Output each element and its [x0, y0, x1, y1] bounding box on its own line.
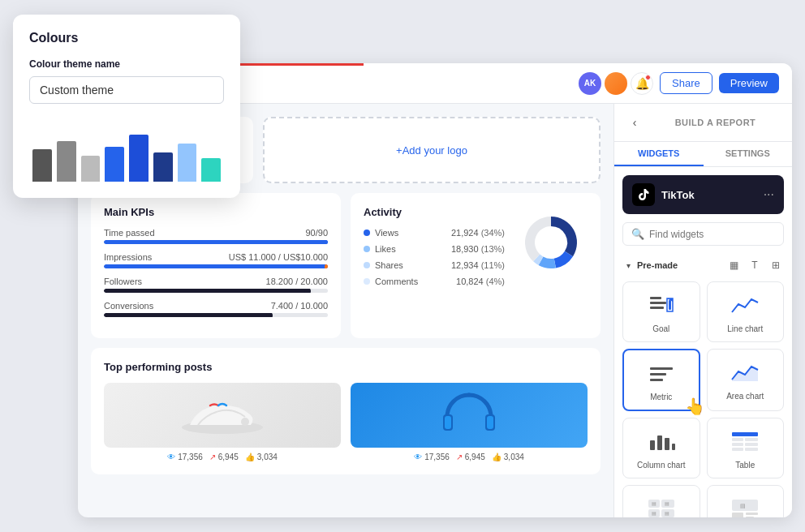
svg-rect-12 — [650, 373, 666, 375]
avatar-group: AK 🔔 — [579, 72, 653, 95]
activity-items: Views 21,924 (34%) Likes 18,930 (13%) Sh… — [364, 228, 505, 286]
top-posts-card: Top performing posts — [91, 348, 601, 474]
svg-text:▤: ▤ — [665, 501, 669, 506]
svg-rect-21 — [745, 438, 758, 441]
donut-svg — [514, 206, 588, 279]
cursor-overlay: 👆 — [685, 397, 705, 416]
kpi-card: Main KPIs Time passed 90/90 Impressions … — [91, 193, 341, 338]
svg-rect-16 — [657, 435, 662, 450]
widget-icon-expanded_media: ▤ — [730, 494, 760, 517]
widget-search[interactable]: 🔍 — [622, 222, 784, 246]
widget-label-table: Table — [735, 461, 755, 470]
svg-rect-13 — [650, 379, 663, 381]
top-posts-title: Top performing posts — [104, 361, 588, 373]
premade-bar-icon[interactable]: ▦ — [725, 257, 742, 273]
search-icon: 🔍 — [631, 228, 644, 240]
widget-icon-area_chart — [730, 358, 760, 387]
widget-card-column_chart[interactable]: Column chart — [622, 418, 700, 478]
activity-item: Likes 18,930 (13%) — [364, 244, 505, 254]
kpi-item: Impressions US$ 11.000 / US$10.000 — [104, 252, 328, 268]
svg-rect-18 — [672, 444, 675, 450]
post-stat-views2: 👁 17,356 — [414, 453, 450, 461]
svg-rect-23 — [745, 443, 758, 446]
logo-card[interactable]: +Add your logo — [263, 117, 601, 183]
post-stat-views: 👁 17,356 — [167, 453, 203, 461]
svg-text:▤: ▤ — [652, 511, 656, 516]
activity-list: Activity Views 21,924 (34%) Likes 18,930… — [364, 206, 505, 325]
widget-icon-line_chart — [730, 290, 760, 320]
premade-toggle[interactable]: ▾ — [622, 260, 634, 271]
svg-rect-4 — [445, 416, 451, 429]
widget-label-column_chart: Column chart — [637, 461, 685, 470]
avatar-ak: AK — [579, 72, 601, 95]
headphones-image — [351, 383, 588, 448]
svg-text:▤: ▤ — [740, 503, 746, 508]
post-stat-shares: ↗ 6,945 — [209, 453, 239, 461]
premade-label: Pre-made — [637, 260, 725, 270]
widget-card-metric[interactable]: Metric 👆 — [622, 349, 700, 411]
activity-title: Activity — [364, 206, 505, 218]
svg-point-1 — [241, 418, 249, 426]
color-theme-label: Colour theme name — [29, 58, 224, 70]
svg-text:▤: ▤ — [652, 501, 656, 506]
widget-label-line_chart: Line chart — [727, 324, 763, 333]
svg-rect-5 — [487, 416, 493, 429]
kpi-item: Time passed 90/90 — [104, 228, 328, 244]
svg-rect-35 — [732, 513, 743, 517]
svg-rect-11 — [650, 367, 673, 370]
colors-panel: Colours Colour theme name — [13, 15, 240, 198]
panel-header-title: BUILD A REPORT — [650, 118, 781, 127]
notification-button[interactable]: 🔔 — [631, 72, 653, 95]
svg-rect-7 — [650, 302, 666, 304]
tiktok-more-button[interactable]: ··· — [764, 187, 774, 202]
panel-tabs: WIDGETS SETTINGS — [614, 142, 792, 167]
activity-item: Views 21,924 (34%) — [364, 228, 505, 238]
post-headphones-stats: 👁 17,356 ↗ 6,945 👍 3,034 — [351, 453, 588, 461]
svg-text:▤: ▤ — [665, 511, 669, 516]
tiktok-widget[interactable]: TikTok ··· — [622, 175, 784, 214]
premade-header: ▾ Pre-made ▦ T ⊞ — [614, 254, 792, 277]
widget-icon-metric — [647, 358, 676, 388]
right-panel: ‹ BUILD A REPORT WIDGETS SETTINGS TikTok — [613, 104, 792, 517]
post-headphones: 👁 17,356 ↗ 6,945 👍 3,034 — [351, 383, 588, 461]
post-stat-shares2: ↗ 6,945 — [456, 453, 485, 461]
sneakers-image — [104, 383, 341, 448]
notification-dot — [645, 75, 651, 80]
svg-rect-36 — [746, 513, 758, 515]
widget-label-area_chart: Area chart — [726, 392, 764, 401]
donut-chart — [514, 206, 588, 279]
panel-header: ‹ BUILD A REPORT — [614, 104, 792, 142]
color-theme-input[interactable] — [29, 76, 224, 104]
svg-rect-17 — [665, 438, 669, 450]
tab-settings[interactable]: SETTINGS — [704, 142, 793, 166]
post-stat-likes: 👍 3,034 — [245, 453, 278, 461]
widget-card-goal[interactable]: Goal — [622, 281, 700, 342]
tab-widgets[interactable]: WIDGETS — [614, 142, 704, 166]
widget-icon-compact_media: ▤▤▤▤ — [647, 494, 676, 517]
post-sneakers-stats: 👁 17,356 ↗ 6,945 👍 3,034 — [104, 453, 341, 461]
widget-card-line_chart[interactable]: Line chart — [707, 281, 785, 342]
svg-rect-25 — [745, 448, 758, 451]
panel-back-button[interactable]: ‹ — [626, 114, 644, 131]
widget-card-area_chart[interactable]: Area chart — [707, 349, 785, 411]
widget-card-compact_media[interactable]: ▤▤▤▤ Compact media — [622, 485, 700, 517]
widget-card-expanded_media[interactable]: ▤ Expanded media — [707, 485, 785, 517]
svg-rect-19 — [732, 432, 758, 436]
widget-card-table[interactable]: Table — [707, 418, 785, 478]
kpi-item: Followers 18.200 / 20.000 — [104, 277, 328, 293]
activity-item: Comments 10,824 (4%) — [364, 277, 505, 286]
kpi-items: Time passed 90/90 Impressions US$ 11.000… — [104, 228, 328, 317]
premade-grid-icon[interactable]: ⊞ — [768, 257, 784, 273]
kpi-activity-row: Main KPIs Time passed 90/90 Impressions … — [91, 193, 601, 338]
colors-panel-title: Colours — [29, 31, 224, 45]
svg-rect-24 — [732, 448, 743, 451]
preview-button[interactable]: Preview — [719, 73, 779, 93]
post-sneakers: 👁 17,356 ↗ 6,945 👍 3,034 — [104, 383, 341, 461]
svg-rect-22 — [732, 443, 743, 446]
premade-text-icon[interactable]: T — [747, 257, 763, 273]
svg-rect-20 — [732, 438, 743, 441]
kpi-title: Main KPIs — [104, 206, 328, 218]
share-button[interactable]: Share — [660, 72, 712, 94]
search-input[interactable] — [649, 229, 775, 240]
svg-rect-37 — [746, 517, 754, 517]
